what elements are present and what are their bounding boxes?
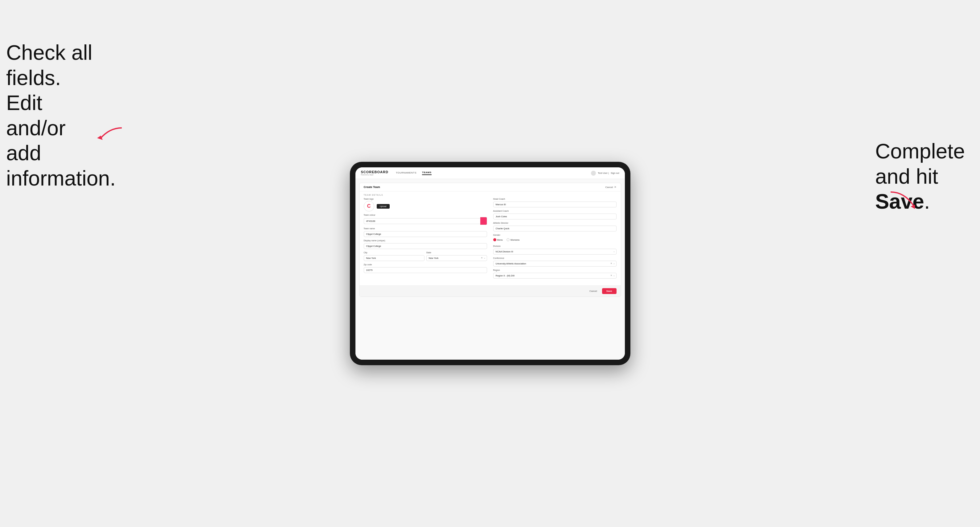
panel-footer: Cancel Save — [360, 286, 621, 297]
panel-title: Create Team — [364, 186, 380, 189]
display-name-label: Display name (unique) — [364, 240, 487, 241]
region-group: Region Region II - (M) DIII Region I Reg… — [493, 269, 617, 279]
gender-label: Gender — [493, 234, 617, 236]
user-avatar — [591, 171, 596, 176]
team-logo-label: Team logo — [364, 198, 487, 200]
assistant-coach-label: Assistant Coach — [493, 210, 617, 212]
left-column: Team logo C Upload Team colour — [364, 198, 487, 281]
state-select-wrap: New York California Texas ✕ ⌄ — [426, 254, 487, 261]
head-coach-group: Head Coach — [493, 198, 617, 207]
city-state-row: City State New York California Texas — [364, 251, 487, 264]
state-clear-icon[interactable]: ✕ — [481, 257, 483, 259]
state-select-icons: ✕ ⌄ — [481, 257, 485, 259]
logo-circle: C — [364, 201, 374, 211]
state-select[interactable]: New York California Texas — [426, 255, 487, 261]
gender-radio-group: Mens Womens — [493, 237, 617, 243]
team-colour-label: Team colour — [364, 214, 487, 216]
team-colour-input[interactable] — [364, 218, 480, 224]
division-label: Division — [493, 245, 617, 247]
region-clear-icon[interactable]: ✕ — [610, 274, 612, 277]
footer-cancel-button[interactable]: Cancel — [587, 289, 600, 294]
arrow-right-icon — [889, 190, 923, 209]
gender-womens-option[interactable]: Womens — [506, 238, 519, 241]
annotation-left: Check all fields. Edit and/or add inform… — [6, 40, 92, 191]
display-name-input[interactable] — [364, 243, 487, 249]
division-select-icons: ⌄ — [613, 250, 615, 253]
zip-input[interactable] — [364, 267, 487, 273]
gender-group: Gender Mens Womens — [493, 234, 617, 243]
annotation-left-text: Check all fields. Edit and/or add inform… — [6, 41, 116, 190]
assistant-coach-input[interactable] — [493, 214, 617, 219]
head-coach-input[interactable] — [493, 202, 617, 207]
panel-header: Create Team Cancel ✕ — [360, 183, 621, 191]
city-label: City — [364, 251, 425, 254]
gender-mens-label: Mens — [497, 238, 503, 241]
zip-group: Zip code — [364, 264, 487, 273]
cancel-label: Cancel — [605, 186, 613, 189]
navbar-user: Test User | Sign out — [591, 171, 619, 176]
gender-mens-option[interactable]: Mens — [493, 238, 503, 241]
main-content: Create Team Cancel ✕ TEAM DETAILS Team l… — [355, 179, 625, 360]
team-logo-group: Team logo C Upload — [364, 198, 487, 211]
division-arrow-icon: ⌄ — [613, 250, 615, 253]
brand-subtitle: Powered by clippd — [361, 174, 388, 176]
region-arrow-icon: ⌄ — [613, 274, 615, 277]
panel-cancel-button[interactable]: Cancel ✕ — [605, 186, 617, 189]
sign-out-link[interactable]: Sign out — [611, 171, 619, 175]
user-name: Test User | — [598, 171, 609, 175]
annotation-right-text: Complete and hit — [875, 139, 965, 188]
colour-swatch — [480, 217, 487, 225]
athletic-director-label: Athletic Director — [493, 222, 617, 224]
conference-label: Conference — [493, 257, 617, 259]
state-arrow-icon: ⌄ — [484, 257, 485, 259]
conference-select[interactable]: University Athletic Association Other — [493, 261, 617, 267]
division-group: Division NCAA Division III NCAA Division… — [493, 245, 617, 254]
city-input[interactable] — [364, 255, 425, 261]
close-icon: ✕ — [614, 186, 617, 189]
brand-logo: SCOREBOARD Powered by clippd — [361, 170, 388, 176]
logo-area: C Upload — [364, 201, 487, 211]
section-label: TEAM DETAILS — [360, 191, 621, 198]
region-label: Region — [493, 269, 617, 271]
division-select[interactable]: NCAA Division III NCAA Division II NCAA … — [493, 249, 617, 254]
gender-mens-radio[interactable] — [493, 238, 496, 241]
arrow-left-icon — [91, 126, 125, 142]
tablet-screen: SCOREBOARD Powered by clippd TOURNAMENTS… — [355, 167, 625, 360]
team-name-group: Team name — [364, 227, 487, 237]
brand-title: SCOREBOARD — [361, 170, 388, 174]
region-select-wrap: Region II - (M) DIII Region I Region III… — [493, 272, 617, 279]
gender-womens-label: Womens — [511, 238, 519, 241]
conference-arrow-icon: ⌄ — [613, 262, 615, 265]
navbar: SCOREBOARD Powered by clippd TOURNAMENTS… — [355, 167, 625, 179]
division-select-wrap: NCAA Division III NCAA Division II NCAA … — [493, 248, 617, 254]
tablet-frame: SCOREBOARD Powered by clippd TOURNAMENTS… — [350, 162, 630, 365]
footer-save-button[interactable]: Save — [602, 288, 617, 294]
zip-label: Zip code — [364, 264, 487, 266]
nav-tournaments[interactable]: TOURNAMENTS — [396, 171, 417, 175]
conference-group: Conference University Athletic Associati… — [493, 257, 617, 267]
conference-select-icons: ✕ ⌄ — [610, 262, 615, 265]
nav-teams[interactable]: TEAMS — [422, 171, 431, 175]
city-group: City — [364, 251, 425, 261]
upload-button[interactable]: Upload — [377, 204, 390, 209]
create-team-panel: Create Team Cancel ✕ TEAM DETAILS Team l… — [359, 183, 621, 297]
state-label: State — [426, 251, 487, 254]
region-select[interactable]: Region II - (M) DIII Region I Region III — [493, 273, 617, 279]
region-select-icons: ✕ ⌄ — [610, 274, 615, 277]
right-column: Head Coach Assistant Coach Athletic Dire… — [493, 198, 617, 281]
team-name-input[interactable] — [364, 231, 487, 237]
display-name-group: Display name (unique) — [364, 240, 487, 249]
gender-womens-radio[interactable] — [506, 238, 509, 241]
nav-links: TOURNAMENTS TEAMS — [396, 171, 591, 175]
annotation-right-dot: . — [924, 189, 930, 213]
form-body: Team logo C Upload Team colour — [360, 198, 621, 286]
conference-select-wrap: University Athletic Association Other ✕ … — [493, 260, 617, 267]
conference-clear-icon[interactable]: ✕ — [610, 262, 612, 265]
state-group: State New York California Texas ✕ — [426, 251, 487, 261]
athletic-director-group: Athletic Director — [493, 222, 617, 232]
team-name-label: Team name — [364, 227, 487, 230]
head-coach-label: Head Coach — [493, 198, 617, 200]
colour-input-wrap — [364, 217, 487, 225]
athletic-director-input[interactable] — [493, 225, 617, 232]
team-colour-group: Team colour — [364, 214, 487, 225]
